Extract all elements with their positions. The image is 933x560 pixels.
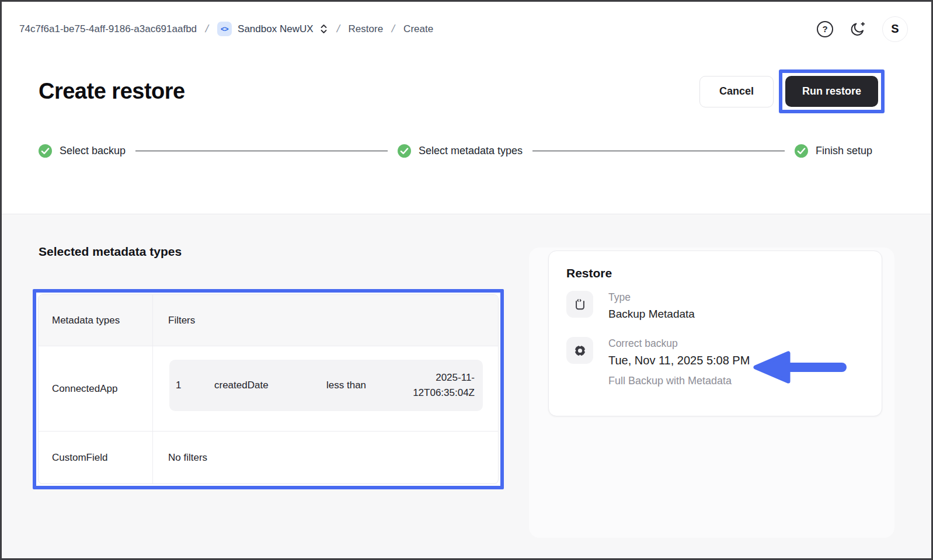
help-button[interactable]: ? [817,21,833,37]
breadcrumb-separator: / [335,23,340,35]
summary-item-text: Correct backup Tue, Nov 11, 2025 5:08 PM… [608,337,750,387]
breadcrumb-create: Create [403,23,433,35]
filter-value: 2025-11-12T06:35:04Z [410,370,475,401]
metadata-type-cell: CustomField [39,432,153,484]
metadata-table-highlight-box: Metadata types Filters ConnectedApp 1 cr… [33,289,504,489]
step-finish-setup[interactable]: Finish setup [795,144,872,158]
page-title: Create restore [39,79,185,104]
breadcrumb-separator: / [391,23,396,35]
check-circle-icon [398,144,411,158]
breadcrumb-separator: / [204,23,210,35]
filters-cell: No filters [153,432,498,484]
breadcrumb: 74c7f6a1-be75-4aff-9186-a3ac691aafbd / <… [19,22,433,36]
filters-cell: 1 createdDate less than 2025-11-12T06:35… [153,346,498,431]
wizard-stepper: Select backup Select metadata types Fini… [39,144,872,158]
check-circle-icon [795,144,808,158]
topbar-actions: ? S [817,16,908,42]
code-brackets-icon: <> [217,22,232,36]
step-select-backup[interactable]: Select backup [39,144,126,158]
step-select-metadata-types[interactable]: Select metadata types [398,144,523,158]
annotation-arrow-icon [751,349,851,385]
metadata-box-icon [566,291,593,318]
step-label: Select backup [60,145,126,157]
run-restore-button[interactable]: Run restore [785,76,878,107]
chevron-up-down-icon [319,23,328,35]
dark-mode-toggle[interactable] [849,20,866,38]
stepper-connector [135,151,388,151]
moon-plus-icon [849,20,866,38]
breadcrumb-org-id[interactable]: 74c7f6a1-be75-4aff-9186-a3ac691aafbd [19,23,197,35]
header-actions: Cancel Run restore [699,69,885,113]
filter-operator: less than [326,380,410,391]
summary-backup-value: Tue, Nov 11, 2025 5:08 PM [608,354,750,367]
table-row-customfield: CustomField No filters [39,431,498,484]
summary-type-value: Backup Metadata [608,308,695,321]
step-label: Finish setup [816,145,872,157]
filter-pill: 1 createdDate less than 2025-11-12T06:35… [169,360,483,411]
breadcrumb-restore[interactable]: Restore [349,23,384,35]
filter-index: 1 [176,380,214,391]
cancel-button[interactable]: Cancel [699,76,774,107]
create-restore-page: 74c7f6a1-be75-4aff-9186-a3ac691aafbd / <… [0,0,933,560]
summary-backup-detail: Full Backup with Metadata [608,375,750,387]
run-restore-highlight-box: Run restore [779,69,885,113]
metadata-type-cell: ConnectedApp [39,346,153,431]
check-circle-icon [39,144,52,158]
user-avatar[interactable]: S [882,16,908,42]
summary-item-type: Type Backup Metadata [566,291,864,321]
metadata-types-table: Metadata types Filters ConnectedApp 1 cr… [38,294,499,484]
stepper-connector [532,151,785,151]
summary-type-label: Type [608,291,695,304]
lifebuoy-icon [566,337,593,364]
step-label: Select metadata types [419,145,523,157]
restore-summary-card: Restore Type Backup Metadata [548,251,882,416]
environment-name: Sandbox NewUX [238,23,313,35]
page-header: Create restore Cancel Run restore [39,69,885,113]
topbar: 74c7f6a1-be75-4aff-9186-a3ac691aafbd / <… [2,2,931,56]
help-icon: ? [817,21,833,37]
filter-field: createdDate [214,380,326,391]
summary-card-title: Restore [566,266,864,280]
column-header-filters: Filters [153,295,498,346]
section-title: Selected metadata types [39,245,182,259]
summary-backup-label: Correct backup [608,338,750,350]
summary-item-text: Type Backup Metadata [608,291,695,321]
table-header-row: Metadata types Filters [39,295,498,346]
column-header-metadata-types: Metadata types [39,295,153,346]
main-content: Selected metadata types Metadata types F… [2,214,931,558]
environment-selector[interactable]: <> Sandbox NewUX [217,22,328,36]
table-row-connectedapp: ConnectedApp 1 createdDate less than 202… [39,346,498,431]
